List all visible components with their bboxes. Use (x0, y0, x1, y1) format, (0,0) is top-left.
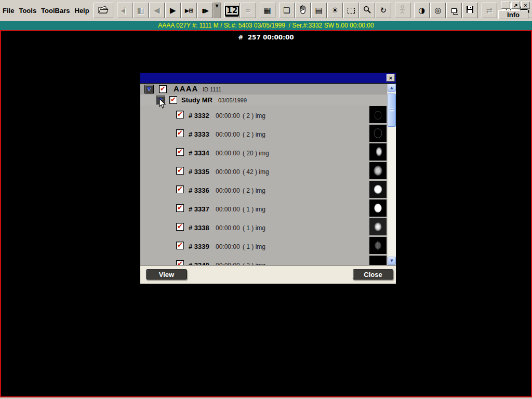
patient-info-button[interactable] (395, 3, 410, 18)
menu-file[interactable]: File (3, 7, 14, 15)
series-row[interactable]: ✔ # 3333 00:00:00 ( 2 ) img (140, 124, 387, 143)
transfer-icon: ⇄ (486, 7, 493, 15)
series-time: 00:00:00 (216, 243, 240, 250)
series-checkbox[interactable]: ✔ (176, 129, 184, 137)
ruler-button[interactable]: ▤ (311, 3, 327, 18)
series-thumbnail[interactable] (369, 125, 387, 142)
dialog-titlebar[interactable]: × (140, 73, 396, 84)
patient-checkbox[interactable]: ✔ (159, 85, 167, 93)
series-row[interactable]: ✔ # 3340 00:00:00 ( 2 ) img (140, 255, 387, 265)
series-number: # 3334 (189, 149, 209, 157)
series-checkbox[interactable]: ✔ (176, 111, 184, 118)
cine-dropdown-icon: ▼ (216, 4, 219, 8)
close-button[interactable]: × (521, 2, 530, 9)
series-time: 00:00:00 (216, 131, 240, 138)
series-row[interactable]: ✔ # 3332 00:00:00 ( 2 ) img (140, 105, 387, 124)
series-thumbnail[interactable] (369, 143, 387, 161)
save-button[interactable] (462, 3, 478, 18)
series-number: # 3337 (189, 205, 209, 213)
study-row[interactable]: ▼ ✔ Study MR 03/05/1999 (140, 95, 387, 105)
window-level-button[interactable]: ☀ (327, 3, 343, 18)
series-row[interactable]: ✔ # 3337 00:00:00 ( 1 ) img (140, 199, 387, 218)
menubar: File Tools ToolBars Help (3, 7, 89, 15)
link-series-button[interactable]: ∞ (241, 3, 256, 18)
scrollbar-thumb[interactable] (388, 94, 396, 127)
transfer-button[interactable]: ⇄ (482, 3, 497, 18)
select-region-button[interactable] (343, 3, 359, 18)
cine-dropdown-button[interactable]: ▼ (214, 3, 221, 18)
series-thumbnail[interactable] (369, 200, 387, 217)
prev-image-icon: ◀ (154, 7, 160, 15)
series-number: # 3332 (189, 112, 209, 119)
cine-step-button[interactable]: ▮▶ (197, 3, 213, 18)
layout-grid-button[interactable]: ▦ (260, 3, 275, 18)
patient-info-icon (399, 5, 406, 16)
checkmark-icon: ✔ (177, 185, 183, 192)
invert-button[interactable]: ◑ (414, 3, 430, 18)
scrollbar-track[interactable] (388, 92, 396, 257)
series-time: 00:00:00 (216, 187, 240, 194)
pan-hand-button[interactable] (295, 3, 311, 18)
series-checkbox[interactable]: ✔ (176, 242, 184, 249)
series-row[interactable]: ✔ # 3338 00:00:00 ( 1 ) img (140, 218, 387, 236)
patient-name: AAAA (174, 84, 198, 93)
series-checkbox[interactable]: ✔ (176, 148, 184, 156)
rotate-button[interactable]: ↻ (376, 3, 391, 18)
series-checkbox[interactable]: ✔ (176, 167, 184, 175)
series-thumbnail[interactable] (369, 106, 387, 123)
series-thumbnail[interactable] (369, 237, 387, 254)
patient-row[interactable]: ▼ ✔ AAAA ID 1111 (140, 84, 387, 95)
series-image-count: ( 1 ) img (243, 243, 265, 250)
next-image-button[interactable]: ▶ (165, 3, 181, 18)
series-thumbnail[interactable] (369, 162, 387, 179)
monitor-12-button[interactable]: 12 (224, 3, 240, 18)
prev-image-button[interactable]: ◀ (149, 3, 165, 18)
series-row[interactable]: ✔ # 3339 00:00:00 ( 1 ) img (140, 236, 387, 255)
scroll-down-button[interactable]: ▼ (388, 257, 396, 265)
series-thumbnail[interactable] (369, 218, 387, 235)
menu-toolbars[interactable]: ToolBars (41, 7, 70, 15)
dialog-scrollbar[interactable]: ▲ ▼ (387, 84, 396, 265)
series-thumbnail[interactable] (369, 181, 387, 198)
minimize-button[interactable]: _ (501, 2, 510, 9)
copy-image-icon (451, 8, 457, 13)
window-controls: _ ↗ × (501, 2, 530, 9)
first-image-button[interactable]: ◀▏ (117, 3, 132, 18)
view-button[interactable]: View (146, 269, 187, 280)
info-button[interactable]: Info (498, 10, 528, 19)
target-icon: ◎ (434, 7, 441, 15)
next-window-button[interactable]: ▶⊞ (181, 3, 197, 18)
series-image-count: ( 42 ) img (243, 168, 269, 176)
pan-hand-icon (299, 5, 307, 16)
open-study-icon (98, 5, 109, 16)
scroll-up-button[interactable]: ▲ (388, 84, 396, 92)
dialog-close-action[interactable]: Close (353, 269, 393, 280)
menu-tools[interactable]: Tools (19, 7, 36, 15)
open-study-button[interactable] (94, 3, 113, 18)
series-checkbox[interactable]: ✔ (176, 223, 184, 231)
series-number: # 3336 (189, 187, 209, 194)
series-checkbox[interactable]: ✔ (176, 204, 184, 212)
series-row[interactable]: ✔ # 3336 00:00:00 ( 2 ) img (140, 180, 387, 199)
series-number: # 3333 (189, 130, 209, 138)
study-label: Study MR (181, 96, 212, 104)
menu-help[interactable]: Help (75, 7, 89, 15)
copy-image-button[interactable] (446, 3, 462, 18)
series-number: # 3340 (189, 261, 209, 265)
magnify-button[interactable] (360, 3, 375, 18)
dialog-close-button[interactable]: × (387, 74, 395, 82)
series-checkbox[interactable]: ✔ (176, 185, 184, 193)
cascade-windows-button[interactable]: ❏ (279, 3, 295, 18)
study-tree: ▼ ✔ AAAA ID 1111 ▼ ✔ Study MR 03/05/1999… (140, 84, 387, 265)
series-time: 00:00:00 (216, 206, 240, 213)
series-row[interactable]: ✔ # 3334 00:00:00 ( 20 ) img (140, 143, 387, 162)
restore-button[interactable]: ↗ (511, 2, 520, 9)
patient-expander-button[interactable]: ▼ (144, 85, 154, 94)
prev-window-button[interactable]: ◧ (133, 3, 149, 18)
study-checkbox[interactable]: ✔ (169, 96, 177, 104)
series-row[interactable]: ✔ # 3335 00:00:00 ( 42 ) img (140, 162, 387, 180)
series-number: # 3339 (189, 243, 209, 250)
target-button[interactable]: ◎ (430, 3, 446, 18)
series-thumbnail[interactable] (369, 256, 387, 265)
series-checkbox[interactable]: ✔ (176, 260, 184, 265)
